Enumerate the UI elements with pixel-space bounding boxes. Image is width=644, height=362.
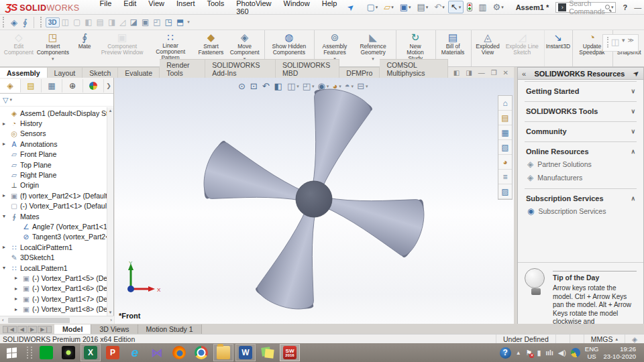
save-button[interactable]: ▣▾ [397, 1, 414, 13]
doc-close-button[interactable]: ✕ [503, 69, 508, 76]
tree-item[interactable]: ◔ History [0, 118, 107, 128]
ribbon-button[interactable]: ◿ Explode Line Sketch [502, 30, 545, 66]
filter-funnel-icon[interactable]: ▽ [3, 96, 8, 105]
tree-item[interactable]: ▣ (f) vortex_Part2<1> (Default<<D [0, 190, 107, 200]
menu-item[interactable]: File [95, 0, 117, 17]
resource-link[interactable]: ◈ Partner Solutions [526, 156, 635, 169]
tree-expander-icon[interactable] [15, 306, 21, 312]
tree-item[interactable]: ▣ (-) Vortex_Part1<5> (Default [0, 273, 107, 283]
command-tab[interactable]: Layout [48, 67, 83, 78]
toolbar-grip[interactable] [40, 17, 43, 27]
taskbar-app-button[interactable]: SW2016 [280, 344, 300, 361]
tree-item[interactable]: ▣ (-) Vortex_Part1<6> (Default [0, 284, 107, 294]
configuration-manager-tab[interactable]: ▦ [42, 79, 62, 93]
toolbar-grip[interactable] [607, 37, 608, 48]
smart-mate-icon[interactable]: ∮ [20, 17, 30, 28]
collapse-chevron-icon[interactable]: ≫ [628, 37, 634, 44]
task-pane-tab[interactable]: ▤ [498, 111, 512, 125]
document-tab[interactable]: Motion Study 1 [138, 324, 202, 334]
ribbon-button[interactable]: ◬ Exploded View [473, 30, 502, 66]
task-pane-tab[interactable]: ◕ [498, 155, 512, 170]
volume-icon[interactable]: ◀) [558, 349, 566, 357]
menu-item[interactable]: View [143, 0, 170, 17]
tree-item[interactable]: ▣ (-) Vortex_Part1<8> (Default [0, 304, 107, 314]
language-indicator[interactable]: ENG US [585, 345, 599, 360]
taskbar-app-button[interactable] [191, 344, 211, 361]
command-tab[interactable]: SOLIDWORKS Add-Ins [205, 59, 276, 78]
filter-dropdown-icon[interactable]: ▾ [9, 97, 12, 103]
resource-section-header[interactable]: Subscription Services [526, 194, 635, 202]
taskbar-app-button[interactable]: W [235, 344, 256, 361]
document-tab[interactable]: Model [54, 324, 91, 334]
search-input[interactable]: Search Commands [569, 0, 605, 15]
dimxpert-manager-tab[interactable]: ⊕ [62, 79, 83, 93]
taskbar-app-button[interactable]: X [80, 344, 101, 361]
undo-button[interactable]: ↶▾ [431, 1, 447, 13]
tree-item[interactable]: ∷ LocalCirPattern1 [0, 242, 107, 252]
command-tab[interactable]: Evaluate [118, 67, 160, 78]
task-pane-tab[interactable]: ▦ [498, 125, 512, 140]
resource-link[interactable]: ◉ Subscription Services [526, 202, 635, 216]
taskbar-app-button[interactable] [213, 344, 233, 361]
tree-item[interactable]: ▢ (-) Vortex_Part1<1> (Default<<D [0, 201, 107, 211]
propeller-model[interactable] [115, 78, 514, 324]
search-commands-box[interactable]: › Search Commands ▾ [555, 2, 616, 13]
tree-item[interactable]: ✎ 3DSketch1 [0, 252, 107, 262]
help-tray-icon[interactable]: ? [500, 347, 511, 359]
action-center-flag-icon[interactable]: ⚑ [526, 349, 533, 357]
minimize-button[interactable]: — [634, 3, 641, 11]
print-button[interactable]: ▤▾ [415, 1, 431, 13]
tree-item[interactable]: ⊘ Tangent3 (vortex_Part2<1>,V [0, 232, 107, 242]
resource-section-header[interactable]: Online Resources [526, 147, 635, 156]
menu-item[interactable]: Tools [201, 0, 229, 17]
3d-sketch-button[interactable]: 3D [46, 17, 60, 27]
tree-vertical-scrollbar[interactable]: ▴▾ [107, 107, 113, 316]
doc-restore-button[interactable]: ❐ [491, 69, 497, 76]
doc-minimize-button[interactable]: — [478, 69, 485, 76]
task-pane-tab[interactable]: ≡ [498, 170, 512, 184]
pane-right-icon[interactable]: ◨ [466, 69, 472, 76]
tree-item[interactable]: ◎ Sensors [0, 129, 107, 139]
taskbar-app-button[interactable] [258, 344, 278, 361]
tree-item[interactable]: ∷ LocalLPattern1 [0, 263, 107, 273]
toolbar-dropdown-icon[interactable]: ▾ [187, 19, 190, 25]
taskbar-app-button[interactable] [36, 344, 56, 361]
taskbar-app-button[interactable]: P [103, 344, 123, 361]
section-chevron-icon[interactable] [631, 195, 635, 202]
ribbon-button[interactable]: ↘ Instant3D [546, 30, 573, 66]
start-button[interactable] [0, 343, 23, 362]
battery-icon[interactable]: ▮ [537, 349, 541, 357]
document-tab[interactable]: 3D Views [91, 324, 138, 334]
assembly-small-icon[interactable]: ◈ [8, 17, 20, 28]
tree-horizontal-scrollbar[interactable]: ‹ › [0, 316, 114, 324]
command-tab[interactable]: COMSOL Multiphysics [380, 59, 447, 78]
task-pane-tab[interactable]: ▨ [498, 184, 512, 199]
taskbar-app-button[interactable] [58, 344, 78, 361]
tree-item[interactable]: ∠ Angle7 (Vortex_Part1<1>,vor [0, 221, 107, 231]
taskbar-app-button[interactable]: ⋈ [147, 344, 167, 361]
menu-item[interactable]: Edit [118, 0, 142, 17]
scrollbar-thumb[interactable] [8, 318, 70, 323]
tree-expander-icon[interactable] [3, 121, 9, 127]
resource-section-header[interactable]: Community [526, 127, 635, 135]
property-manager-tab[interactable]: ▤ [21, 79, 42, 93]
tree-expander-icon[interactable] [15, 296, 21, 302]
resource-link[interactable]: ◈ Manufacturers [526, 169, 635, 182]
file-properties-button[interactable]: ▥ [476, 1, 489, 13]
tree-expander-icon[interactable] [15, 275, 21, 281]
taskbar-app-button[interactable] [169, 344, 189, 361]
tree-item[interactable]: ▱ Right Plane [0, 170, 107, 180]
tree-item[interactable]: ∮ Mates [0, 211, 107, 221]
next-tab-icon[interactable]: ▶ [28, 326, 37, 333]
tree-item[interactable]: ▣ (-) Vortex_Part1<7> (Default [0, 294, 107, 304]
clock[interactable]: 19:26 23-10-2020 [603, 345, 639, 360]
command-tab[interactable]: Sketch [83, 67, 118, 78]
command-tab[interactable]: DFMPro [339, 67, 380, 78]
network-signal-icon[interactable]: ıılı [546, 349, 553, 357]
command-tab[interactable]: SOLIDWORKS MBD [276, 59, 339, 78]
task-pane-tab[interactable]: ⌂ [498, 96, 512, 111]
more-tabs-chevron-icon[interactable]: ❯ [104, 82, 113, 89]
tree-expander-icon[interactable] [3, 265, 9, 271]
show-hidden-icons-chevron[interactable]: ▲ [516, 350, 521, 356]
select-tool-button[interactable]: ↖▾ [448, 1, 464, 13]
